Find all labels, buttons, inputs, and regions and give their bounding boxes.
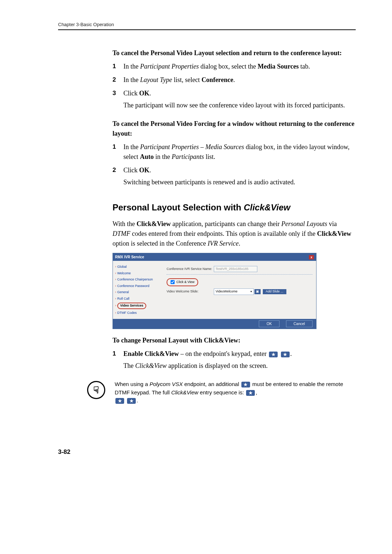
nav-item-dtmf-codes[interactable]: ›DTMF Codes bbox=[114, 310, 162, 316]
pointing-hand-icon: ☟ bbox=[87, 381, 105, 399]
caret-icon: › bbox=[115, 284, 116, 288]
step-row: 2 Click OK. Switching between participan… bbox=[113, 165, 356, 189]
text: application is displayed on the screen. bbox=[167, 362, 268, 369]
text: The bbox=[123, 362, 135, 369]
nav-item-general[interactable]: ›General bbox=[114, 289, 162, 296]
text-italic: DTMF bbox=[113, 230, 130, 237]
step-row: 3 Click OK. The participant will now see… bbox=[113, 89, 356, 112]
chevron-down-icon: ▾ bbox=[250, 290, 252, 294]
step-number: 1 bbox=[113, 142, 123, 164]
text: . bbox=[233, 76, 235, 83]
ivr-service-dialog: RMX IVR Service x ›Global ›Welcome ›Conf… bbox=[113, 253, 317, 329]
nav-label: Global bbox=[117, 265, 127, 268]
chapter-header: Chapter 3-Basic Operation bbox=[58, 22, 356, 27]
star-key-icon: ★ bbox=[281, 352, 290, 357]
text: , bbox=[256, 389, 257, 395]
nav-item-conf-chairperson[interactable]: ›Conference Chairperson bbox=[114, 276, 162, 283]
text: codes entered from their endpoints. This… bbox=[130, 230, 317, 237]
text-bold: Auto bbox=[140, 153, 154, 160]
text-italic: Layout Type bbox=[140, 76, 172, 83]
body-paragraph: With the Click&View application, partici… bbox=[113, 219, 356, 249]
star-key-icon: ★ bbox=[241, 382, 250, 387]
text: entry sequence is: bbox=[198, 389, 245, 395]
dialog-main: Conference IVR Service Name: TestIVR_255… bbox=[163, 261, 316, 319]
star-key-icon: ★ bbox=[127, 398, 136, 404]
text: Switching between participants is renewe… bbox=[123, 177, 356, 187]
service-name-input[interactable]: TestIVR_255x185x185 bbox=[214, 266, 257, 272]
star-key-icon: ★ bbox=[269, 352, 278, 357]
cancel-button[interactable]: Cancel bbox=[286, 320, 313, 327]
add-slide-button[interactable]: Add Slide ... bbox=[263, 289, 286, 294]
text: tab. bbox=[299, 63, 310, 70]
step-number: 1 bbox=[113, 62, 123, 74]
text-italic: Personal Layouts bbox=[281, 220, 327, 227]
nav-item-conf-password[interactable]: ›Conference Password bbox=[114, 283, 162, 290]
ok-button[interactable]: OK bbox=[259, 320, 279, 327]
clickview-checkbox-row[interactable]: Click & View bbox=[167, 278, 198, 286]
nav-label: Conference Password bbox=[117, 284, 150, 288]
text: Click bbox=[123, 90, 139, 97]
step-body: Click OK. The participant will now see t… bbox=[123, 89, 356, 112]
note-block: ☟ When using a Polycom VSX endpoint, an … bbox=[87, 380, 356, 405]
step-body: In the Layout Type list, select Conferen… bbox=[123, 75, 356, 87]
nav-item-roll-call[interactable]: ›Roll Call bbox=[114, 296, 162, 302]
clickview-checkbox-label: Click & View bbox=[176, 280, 195, 285]
step-number: 2 bbox=[113, 165, 123, 189]
welcome-slide-select[interactable]: VideoWelcome ▾ bbox=[214, 288, 254, 295]
text: – on the endpoint's keypad, enter bbox=[179, 350, 268, 357]
nav-label: Roll Call bbox=[117, 297, 130, 300]
caret-icon: › bbox=[115, 278, 116, 281]
text: In the bbox=[123, 143, 140, 151]
separator bbox=[167, 274, 313, 275]
step-body: In the Participant Properties – Media So… bbox=[123, 142, 356, 164]
text: application, participants can change the… bbox=[171, 220, 281, 227]
caret-icon: › bbox=[115, 297, 116, 300]
text: in the bbox=[154, 153, 172, 160]
text-bold: Click&View bbox=[136, 220, 171, 227]
clickview-checkbox[interactable] bbox=[171, 280, 175, 284]
nav-label: DTMF Codes bbox=[117, 311, 137, 315]
step-row: 1 In the Participant Properties dialog b… bbox=[113, 62, 356, 74]
text-bold: Conference bbox=[201, 76, 233, 83]
text: Click bbox=[123, 167, 139, 174]
caret-icon: › bbox=[115, 290, 116, 294]
text-bold: Click&View bbox=[317, 230, 351, 237]
preview-button[interactable]: ▣ bbox=[254, 289, 261, 294]
text: . bbox=[290, 350, 292, 357]
text-bold: Enable Click&View bbox=[123, 350, 179, 357]
text: In the bbox=[123, 76, 140, 83]
text-italic: Click&View bbox=[171, 389, 199, 395]
welcome-slide-label: Video Welcome Slide: bbox=[167, 289, 214, 294]
dialog-title-text: RMX IVR Service bbox=[115, 254, 144, 260]
step-number: 1 bbox=[113, 349, 123, 373]
close-icon[interactable]: x bbox=[309, 255, 314, 259]
caret-icon: › bbox=[115, 304, 116, 307]
nav-item-video-services[interactable]: ›Video Services bbox=[114, 302, 162, 310]
nav-item-welcome[interactable]: ›Welcome bbox=[114, 270, 162, 277]
select-value: VideoWelcome bbox=[216, 289, 237, 294]
text: Personal Layout Selection with bbox=[113, 202, 244, 212]
star-key-icon: ★ bbox=[246, 390, 255, 396]
caret-icon: › bbox=[115, 271, 116, 275]
section-heading-clickview: Personal Layout Selection with Click&Vie… bbox=[113, 201, 356, 214]
text-bold: OK bbox=[139, 90, 150, 97]
text-italic: Click&View bbox=[244, 202, 290, 212]
text: When using a bbox=[115, 381, 150, 387]
text-italic: Participants bbox=[172, 153, 204, 160]
dialog-titlebar: RMX IVR Service x bbox=[113, 253, 316, 261]
nav-label: General bbox=[117, 290, 129, 294]
nav-label: Conference Chairperson bbox=[117, 278, 153, 281]
text: The participant will now see the confere… bbox=[123, 100, 356, 110]
caret-icon: › bbox=[115, 311, 116, 315]
nav-item-global[interactable]: ›Global bbox=[114, 264, 162, 270]
text: . bbox=[136, 397, 138, 403]
text-italic: Participant Properties – Media Sources bbox=[140, 143, 244, 151]
text-bold: OK bbox=[139, 167, 150, 174]
text: dialog box, select the bbox=[199, 63, 258, 70]
text-bold: Media Sources bbox=[258, 63, 299, 70]
change-layout-heading: To change Personal Layout with Click&Vie… bbox=[113, 336, 356, 345]
text-italic: Participant Properties bbox=[140, 63, 199, 70]
text-italic: Polycom VSX bbox=[150, 381, 183, 387]
text: option is selected in the Conference bbox=[113, 240, 208, 247]
dialog-footer: OK Cancel bbox=[113, 319, 316, 329]
